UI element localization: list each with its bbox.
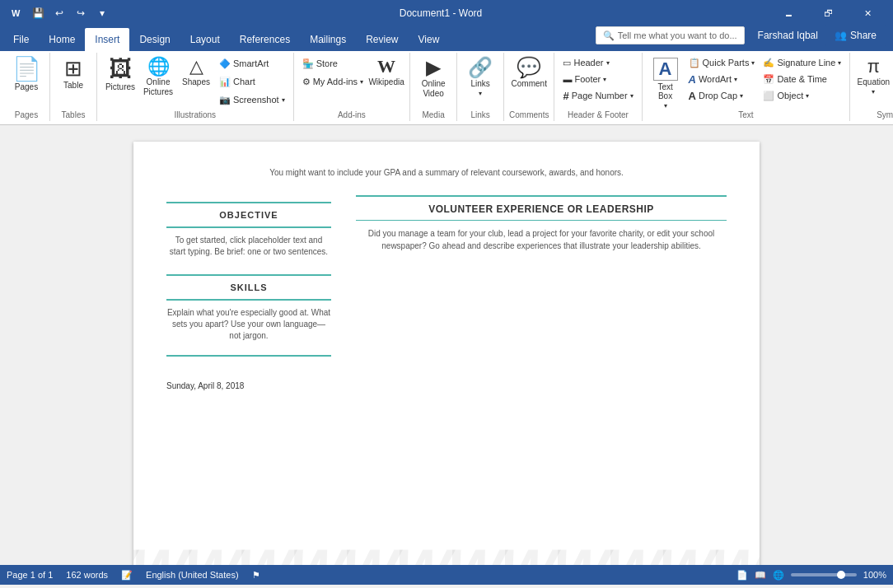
my-addins-button[interactable]: ⚙ My Add-ins ▾: [299, 72, 367, 91]
online-pictures-button[interactable]: 🌐 OnlinePictures: [140, 54, 176, 109]
ribbon-group-media: ▶ OnlineVideo Media: [410, 53, 457, 121]
status-bar: Page 1 of 1 162 words 📝 English (United …: [0, 565, 893, 585]
tab-insert[interactable]: Insert: [85, 28, 129, 51]
tab-mailings[interactable]: Mailings: [300, 28, 356, 51]
datetime-button[interactable]: 📅 Date & Time: [760, 71, 844, 87]
document-page: You might want to include your GPA and a…: [133, 142, 760, 565]
dropcap-dropdown[interactable]: ▾: [740, 92, 743, 100]
intro-text: You might want to include your GPA and a…: [166, 166, 727, 179]
share-icon: 👥: [835, 30, 847, 41]
redo-button[interactable]: ↪: [71, 3, 91, 23]
equation-dropdown[interactable]: ▾: [872, 88, 875, 96]
wordart-icon: A: [689, 73, 696, 86]
dropcap-icon: A: [689, 90, 696, 102]
tab-file[interactable]: File: [3, 28, 39, 51]
objective-divider2: [166, 226, 331, 228]
share-label: Share: [850, 30, 877, 41]
volunteer-body[interactable]: Did you manage a team for your club, lea…: [356, 227, 727, 252]
tell-me-placeholder: Tell me what you want to do...: [618, 30, 737, 40]
wikipedia-button[interactable]: W Wikipedia: [368, 54, 404, 109]
tab-references[interactable]: References: [230, 28, 300, 51]
language: English (United States): [146, 570, 239, 580]
equation-button[interactable]: π Equation ▾: [855, 54, 891, 109]
title-bar-left: W 💾 ↩ ↪ ▾: [7, 3, 112, 23]
pictures-icon: 🖼: [109, 58, 132, 81]
ribbon-group-tables: ⊞ Table Tables: [50, 53, 97, 121]
textbox-label: TextBox: [657, 82, 672, 100]
quick-parts-button[interactable]: 📋 Quick Parts ▾: [685, 54, 759, 71]
signature-button[interactable]: ✍ Signature Line ▾: [760, 54, 844, 71]
comment-button[interactable]: 💬 Comment: [511, 54, 547, 109]
tab-layout[interactable]: Layout: [180, 28, 230, 51]
table-button[interactable]: ⊞ Table: [55, 54, 91, 109]
sig-dropdown[interactable]: ▾: [838, 59, 841, 67]
ribbon-group-comments: 💬 Comment Comments: [504, 53, 554, 121]
wordart-button[interactable]: A WordArt ▾: [685, 71, 759, 87]
addins-group-label: Add-ins: [338, 109, 366, 119]
hf-group-label: Header & Footer: [568, 109, 629, 119]
store-icon: 🏪: [302, 58, 314, 69]
page-number-label: Page Number: [572, 91, 628, 100]
view-web-icon[interactable]: 🌐: [773, 570, 784, 581]
zoom-slider[interactable]: [791, 573, 857, 576]
footer-button[interactable]: ▬ Footer ▾: [559, 71, 636, 87]
customize-quick-access[interactable]: ▾: [92, 3, 112, 23]
page-number-icon: #: [563, 90, 568, 102]
dropcap-button[interactable]: A Drop Cap ▾: [685, 87, 759, 104]
left-column: OBJECTIVE To get started, click placehol…: [166, 195, 331, 390]
save-button[interactable]: 💾: [28, 3, 48, 23]
links-dropdown[interactable]: ▾: [479, 90, 482, 97]
tab-view[interactable]: View: [409, 28, 450, 51]
chart-button[interactable]: 📊 Chart: [216, 72, 288, 91]
header-button[interactable]: ▭ Header ▾: [559, 54, 636, 71]
tab-home[interactable]: Home: [39, 28, 85, 51]
share-button[interactable]: 👥 Share: [825, 25, 886, 46]
smartart-button[interactable]: 🔷 SmartArt: [216, 54, 288, 72]
page-number-button[interactable]: # Page Number ▾: [559, 87, 636, 104]
comment-icon: 💬: [517, 58, 541, 77]
links-button[interactable]: 🔗 Links ▾: [462, 54, 498, 109]
store-button[interactable]: 🏪 Store: [299, 54, 367, 72]
symbols-group-label: Symbols: [877, 109, 893, 119]
footer-label: Footer: [574, 74, 601, 84]
ribbon-group-illustrations: 🖼 Pictures 🌐 OnlinePictures △ Shapes 🔷 S…: [97, 53, 294, 121]
wikipedia-label: Wikipedia: [368, 77, 404, 86]
tab-design[interactable]: Design: [129, 28, 180, 51]
screenshot-dropdown[interactable]: ▾: [282, 96, 285, 104]
view-reading-icon[interactable]: 📖: [755, 570, 766, 581]
header-dropdown[interactable]: ▾: [606, 59, 610, 67]
tell-me-input[interactable]: 🔍 Tell me what you want to do...: [596, 26, 745, 44]
screenshot-button[interactable]: 📷 Screenshot ▾: [216, 91, 288, 109]
tab-review[interactable]: Review: [356, 28, 408, 51]
skills-body[interactable]: Explain what you're especially good at. …: [166, 307, 331, 342]
myaddin-icon: ⚙: [302, 77, 311, 87]
pages-icon: 📄: [12, 58, 41, 81]
text-box-button[interactable]: A TextBox ▾: [648, 54, 684, 109]
skills-title: SKILLS: [166, 282, 331, 292]
word-count: 162 words: [66, 570, 108, 580]
quickparts-dropdown[interactable]: ▾: [751, 59, 755, 67]
shapes-button[interactable]: △ Shapes: [178, 54, 214, 109]
user-name[interactable]: Farshad Iqbal: [758, 30, 818, 41]
view-normal-icon[interactable]: 📄: [736, 570, 748, 581]
accessibility-icon: ⚑: [252, 570, 260, 581]
date-text[interactable]: Sunday, April 8, 2018: [166, 381, 331, 390]
pagenumber-dropdown[interactable]: ▾: [630, 92, 634, 100]
addins-dropdown[interactable]: ▾: [360, 78, 363, 86]
pictures-button[interactable]: 🖼 Pictures: [102, 54, 138, 109]
hf-buttons: ▭ Header ▾ ▬ Footer ▾ # Page Number ▾: [559, 54, 636, 104]
object-button[interactable]: ⬜ Object ▾: [760, 87, 844, 104]
zoom-level: 100%: [863, 570, 886, 580]
footer-dropdown[interactable]: ▾: [603, 76, 606, 83]
objective-body[interactable]: To get started, click placeholder text a…: [166, 235, 331, 258]
undo-button[interactable]: ↩: [49, 3, 69, 23]
wordart-label: WordArt: [699, 74, 732, 84]
pages-button[interactable]: 📄 Pages: [8, 54, 44, 109]
illustrations-col: 🔷 SmartArt 📊 Chart 📷 Screenshot ▾: [216, 54, 288, 109]
object-dropdown[interactable]: ▾: [806, 92, 809, 100]
signature-label: Signature Line: [777, 58, 835, 68]
links-label: Links: [470, 79, 489, 88]
online-video-button[interactable]: ▶ OnlineVideo: [415, 54, 451, 109]
textbox-dropdown[interactable]: ▾: [664, 102, 667, 110]
wordart-dropdown[interactable]: ▾: [734, 76, 737, 83]
